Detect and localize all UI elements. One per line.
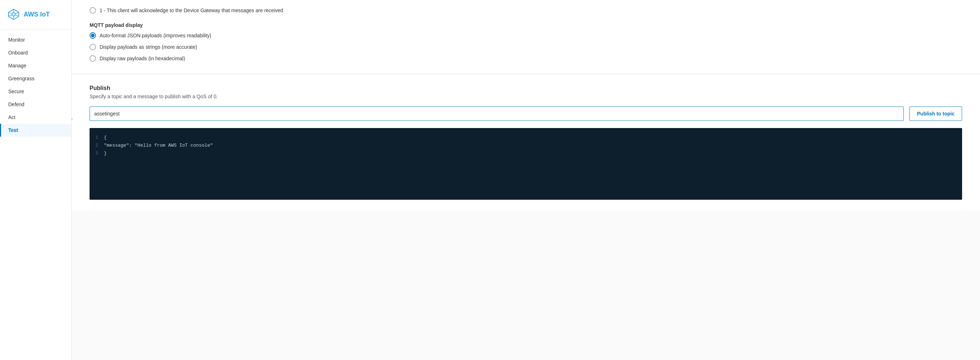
line-content-3: }: [104, 149, 114, 157]
qos-mqtt-section: 1 - This client will acknowledge to the …: [72, 0, 980, 74]
publish-title: Publish: [89, 85, 962, 91]
logo: AWS IoT: [0, 0, 71, 30]
mqtt-raw-option: Display raw payloads (in hexadecimal): [89, 55, 962, 62]
sidebar-item-act[interactable]: Act: [0, 111, 71, 124]
line-content-1: {: [104, 134, 114, 142]
sidebar-item-manage[interactable]: Manage: [0, 59, 71, 72]
mqtt-raw-radio[interactable]: [89, 55, 96, 62]
mqtt-payload-section: MQTT payload display Auto-format JSON pa…: [89, 22, 962, 62]
svg-line-4: [9, 13, 12, 14]
mqtt-autoformat-radio[interactable]: [89, 32, 96, 39]
sidebar-item-secure[interactable]: Secure: [0, 85, 71, 98]
mqtt-autoformat-option: Auto-format JSON payloads (improves read…: [89, 32, 962, 39]
sidebar-item-test[interactable]: Test: [0, 124, 71, 137]
mqtt-section-label: MQTT payload display: [89, 22, 962, 28]
publish-description: Specify a topic and a message to publish…: [89, 94, 962, 99]
mqtt-strings-option: Display payloads as strings (more accura…: [89, 44, 962, 50]
publish-row: Publish to topic: [89, 107, 962, 121]
qos-option-1: 1 - This client will acknowledge to the …: [89, 7, 962, 14]
arrow-annotation: [72, 92, 83, 135]
qos-option-1-label: 1 - This client will acknowledge to the …: [100, 8, 283, 13]
mqtt-strings-radio[interactable]: [89, 44, 96, 50]
sidebar-nav: Monitor Onboard Manage Greengrass Secure…: [0, 30, 71, 140]
line-content-2: "message": "Hello from AWS IoT console": [104, 142, 220, 149]
line-number-1: 1: [89, 134, 104, 142]
svg-point-1: [12, 13, 15, 16]
svg-line-7: [9, 15, 12, 16]
mqtt-strings-label: Display payloads as strings (more accura…: [100, 44, 197, 50]
sidebar-item-greengrass[interactable]: Greengrass: [0, 72, 71, 85]
code-line-1: 1 {: [89, 134, 962, 142]
qos-radio-1[interactable]: [89, 7, 96, 14]
content-area: 1 - This client will acknowledge to the …: [72, 0, 980, 211]
sidebar-item-monitor[interactable]: Monitor: [0, 34, 71, 46]
line-number-3: 3: [89, 149, 104, 157]
code-line-3: 3 }: [89, 149, 962, 157]
line-number-2: 2: [89, 142, 104, 149]
publish-section: Publish Specify a topic and a message to…: [72, 74, 980, 211]
aws-iot-logo-icon: [7, 8, 20, 21]
sidebar-item-defend[interactable]: Defend: [0, 98, 71, 111]
mqtt-autoformat-label: Auto-format JSON payloads (improves read…: [100, 33, 211, 38]
sidebar-item-onboard[interactable]: Onboard: [0, 46, 71, 59]
svg-line-6: [15, 13, 19, 14]
publish-to-topic-button[interactable]: Publish to topic: [910, 107, 962, 121]
sidebar: AWS IoT Monitor Onboard Manage Greengras…: [0, 0, 72, 360]
logo-text: AWS IoT: [24, 11, 50, 18]
main-content: 1 - This client will acknowledge to the …: [72, 0, 980, 360]
mqtt-raw-label: Display raw payloads (in hexadecimal): [100, 56, 185, 61]
topic-input[interactable]: [89, 107, 904, 121]
svg-line-5: [15, 15, 19, 16]
code-line-2: 2 "message": "Hello from AWS IoT console…: [89, 142, 962, 149]
code-editor[interactable]: 1 { 2 "message": "Hello from AWS IoT con…: [89, 128, 962, 200]
